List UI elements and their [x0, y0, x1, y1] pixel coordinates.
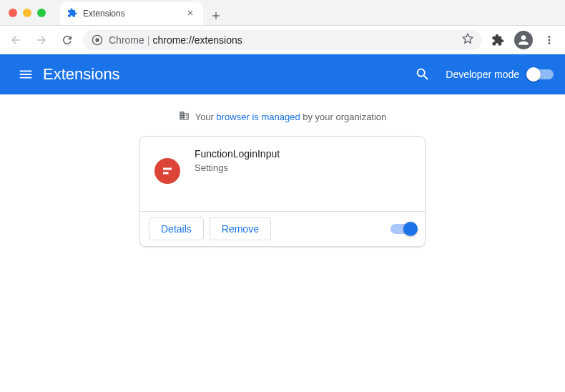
- extensions-header: Extensions Developer mode: [0, 54, 565, 94]
- extensions-puzzle-icon[interactable]: [488, 30, 508, 50]
- toggle-knob: [403, 222, 418, 236]
- extension-card-footer: Details Remove: [140, 211, 425, 246]
- forward-button[interactable]: [31, 30, 51, 50]
- extension-name: FunctionLoginInput: [195, 148, 411, 160]
- managed-browser-notice: Your browser is managed by your organiza…: [0, 106, 565, 136]
- window-controls: [0, 9, 54, 17]
- back-button[interactable]: [6, 30, 26, 50]
- window-titlebar: Extensions: [0, 0, 565, 26]
- reload-button[interactable]: [57, 30, 77, 50]
- tab-close-button[interactable]: [185, 6, 196, 21]
- building-icon: [179, 110, 190, 123]
- extension-enable-toggle[interactable]: [390, 224, 416, 234]
- hamburger-menu-button[interactable]: [11, 60, 40, 89]
- content-area: Your browser is managed by your organiza…: [0, 94, 565, 392]
- toggle-knob: [526, 67, 541, 82]
- window-maximize-button[interactable]: [37, 9, 46, 17]
- bookmark-star-icon[interactable]: [462, 33, 473, 47]
- developer-mode-label: Developer mode: [446, 69, 519, 80]
- window-minimize-button[interactable]: [23, 9, 31, 17]
- page-title: Extensions: [43, 65, 120, 84]
- menu-dots-icon[interactable]: [539, 30, 559, 50]
- tab-strip: Extensions: [60, 0, 229, 25]
- new-tab-button[interactable]: [203, 9, 229, 25]
- profile-avatar[interactable]: [514, 30, 534, 50]
- extension-description: Settings: [195, 162, 411, 173]
- chrome-icon: [92, 34, 103, 46]
- address-bar[interactable]: Chrome | chrome://extensions: [83, 30, 482, 50]
- address-text: Chrome | chrome://extensions: [109, 34, 242, 46]
- browser-tab[interactable]: Extensions: [60, 2, 203, 25]
- browser-managed-link[interactable]: browser is managed: [217, 112, 300, 122]
- extension-info: FunctionLoginInput Settings: [195, 148, 411, 197]
- extension-card-body: FunctionLoginInput Settings: [140, 137, 425, 211]
- details-button[interactable]: Details: [149, 217, 204, 240]
- browser-toolbar: Chrome | chrome://extensions: [0, 26, 565, 54]
- extension-icon: [154, 158, 180, 184]
- svg-point-1: [95, 38, 99, 41]
- tab-title: Extensions: [83, 9, 185, 19]
- extension-card: FunctionLoginInput Settings Details Remo…: [139, 136, 426, 247]
- remove-button[interactable]: Remove: [210, 217, 271, 240]
- puzzle-icon: [67, 8, 77, 20]
- window-close-button[interactable]: [9, 9, 17, 17]
- developer-mode-toggle[interactable]: [528, 69, 554, 79]
- search-button[interactable]: [408, 60, 437, 89]
